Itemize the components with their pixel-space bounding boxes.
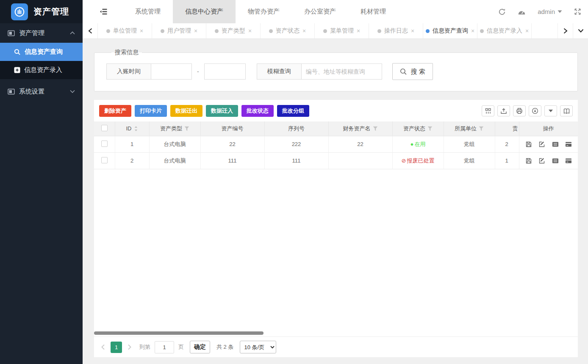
next-page-icon[interactable] [128, 344, 132, 350]
row-checkbox[interactable] [101, 141, 108, 147]
tab-close-icon[interactable]: × [194, 28, 197, 34]
toggle-columns-icon[interactable] [482, 105, 494, 116]
topnav-item[interactable]: 物管办资产 [236, 0, 292, 23]
tabs-more-icon[interactable] [573, 23, 588, 39]
cell-unit: 党组 [444, 136, 495, 152]
sidebar-item-info-asset-entry[interactable]: 信息资产录入 [0, 61, 83, 79]
fullscreen-icon[interactable] [574, 8, 581, 15]
action-button[interactable]: 删除资产 [99, 105, 131, 117]
asset-table: ID 资产类型 资产编号 序列号 财务资产名 资产状态 所属单位 责 操作 [94, 121, 578, 169]
filter-icon[interactable] [479, 126, 484, 131]
topbar: 系统管理 信息中心资产 物管办资产 办公室资产 耗材管理 [83, 0, 588, 23]
tabbar-spacer [532, 23, 557, 39]
caret-down-icon[interactable] [544, 105, 557, 116]
search-row: 入账时间 - 模糊查询 搜 索 [106, 63, 577, 80]
fuzzy-search-input[interactable] [302, 63, 382, 80]
save-icon[interactable] [525, 157, 532, 164]
prev-page-icon[interactable] [101, 344, 105, 350]
goto-page-label: 到第 [139, 343, 150, 351]
table-toolbar: 删除资产 打印卡片 数据迁出 数据迁入 批改状态 批改分组 [94, 100, 578, 121]
filter-icon[interactable] [427, 126, 433, 131]
tab-close-icon[interactable]: × [471, 28, 474, 34]
filter-icon[interactable] [373, 126, 378, 131]
status-glyph-icon: ⊘ [402, 157, 406, 164]
pagination: 1 到第 页 确定 共 2 条 10 条/页 [94, 336, 578, 357]
action-button[interactable]: 批改状态 [241, 105, 274, 117]
row-checkbox[interactable] [101, 157, 108, 163]
date-from-input[interactable] [151, 63, 192, 80]
edit-icon[interactable] [538, 141, 545, 148]
tab[interactable]: 操作日志 × [369, 23, 423, 39]
caret-down-icon [557, 10, 562, 13]
column-header-code: 资产编号 [222, 125, 244, 132]
sidebar-group-system-settings[interactable]: 系统设置 [0, 82, 83, 101]
tab-close-icon[interactable]: × [357, 28, 360, 34]
panel-icon [8, 30, 15, 36]
tabs-scroll-left-icon[interactable] [83, 23, 98, 39]
column-header-unit: 所属单位 [455, 125, 477, 132]
cell-serial: 222 [264, 136, 328, 152]
detail-list-icon[interactable] [552, 141, 559, 147]
sort-icon[interactable] [134, 126, 138, 132]
filter-icon[interactable] [184, 126, 189, 131]
search-button[interactable]: 搜 索 [392, 63, 433, 80]
topnav-item[interactable]: 办公室资产 [292, 0, 348, 23]
sidebar-group-asset-management[interactable]: 资产管理 [0, 23, 83, 43]
current-page-button[interactable]: 1 [111, 342, 122, 353]
tab-close-icon[interactable]: × [411, 28, 414, 34]
goto-confirm-button[interactable]: 确定 [190, 341, 210, 353]
topnav-item[interactable]: 耗材管理 [348, 0, 398, 23]
tab-close-icon[interactable]: × [302, 28, 306, 34]
cell-code: 111 [200, 152, 264, 169]
tab-close-icon[interactable]: × [525, 28, 529, 34]
tab[interactable]: 单位管理 × [98, 23, 152, 39]
goto-page-input[interactable] [155, 341, 174, 353]
sidebar-item-info-asset-query[interactable]: 信息资产查询 [0, 43, 83, 61]
page-size-select[interactable]: 10 条/页 [240, 341, 276, 353]
edit-icon[interactable] [538, 157, 545, 164]
bulk-action-buttons: 删除资产 打印卡片 数据迁出 数据迁入 批改状态 批改分组 [99, 105, 313, 117]
cell-serial: 111 [264, 152, 328, 169]
table-header-row: ID 资产类型 资产编号 序列号 财务资产名 资产状态 所属单位 责 操作 [94, 121, 578, 136]
action-button[interactable]: 批改分组 [277, 105, 309, 117]
dashboard-gauge-icon[interactable] [518, 8, 526, 15]
tab[interactable]: 资产状态 × [261, 23, 315, 39]
book-icon[interactable] [560, 105, 573, 116]
select-all-checkbox[interactable] [101, 125, 108, 131]
topnav-item[interactable]: 系统管理 [123, 0, 173, 23]
print-icon[interactable] [513, 105, 526, 116]
tab[interactable]: 资产类型 × [206, 23, 261, 39]
user-menu[interactable]: admin [538, 8, 562, 15]
card-icon[interactable] [565, 158, 572, 164]
detail-list-icon[interactable] [552, 158, 559, 164]
tab[interactable]: 信息资产录入 × [477, 23, 532, 39]
download-icon[interactable] [529, 105, 541, 116]
date-to-input[interactable] [204, 63, 246, 80]
export-icon[interactable] [497, 105, 510, 116]
horizontal-scrollbar[interactable] [94, 331, 263, 335]
total-count-label: 共 2 条 [216, 343, 233, 351]
save-icon[interactable] [525, 141, 532, 148]
collapse-sidebar-icon[interactable] [100, 0, 108, 23]
action-button[interactable]: 打印卡片 [135, 105, 167, 117]
tab-status-dot-icon [269, 29, 273, 33]
cell-finance-name [328, 152, 392, 169]
tab-label: 信息资产查询 [433, 27, 468, 35]
chevron-down-icon [70, 90, 75, 93]
app-window: 资产管理 资产管理 信息资产查询 信息资产录入 [0, 0, 588, 364]
action-button[interactable]: 数据迁入 [206, 105, 238, 117]
action-button[interactable]: 数据迁出 [170, 105, 202, 117]
tab-close-icon[interactable]: × [140, 28, 143, 34]
topnav-item[interactable]: 信息中心资产 [173, 0, 236, 23]
tab[interactable]: 信息资产查询 × [423, 23, 477, 39]
column-header-serial: 序列号 [288, 125, 305, 132]
topnav-item-label: 耗材管理 [361, 8, 386, 16]
refresh-icon[interactable] [498, 8, 506, 16]
topnav-item-label: 信息中心资产 [185, 8, 223, 16]
tab[interactable]: 菜单管理 × [315, 23, 369, 39]
tab-close-icon[interactable]: × [248, 28, 252, 34]
tabs-scroll-right-icon[interactable] [557, 23, 573, 39]
card-icon[interactable] [565, 141, 572, 147]
tab-status-dot-icon [161, 29, 164, 33]
tab[interactable]: 用户管理 × [152, 23, 206, 39]
